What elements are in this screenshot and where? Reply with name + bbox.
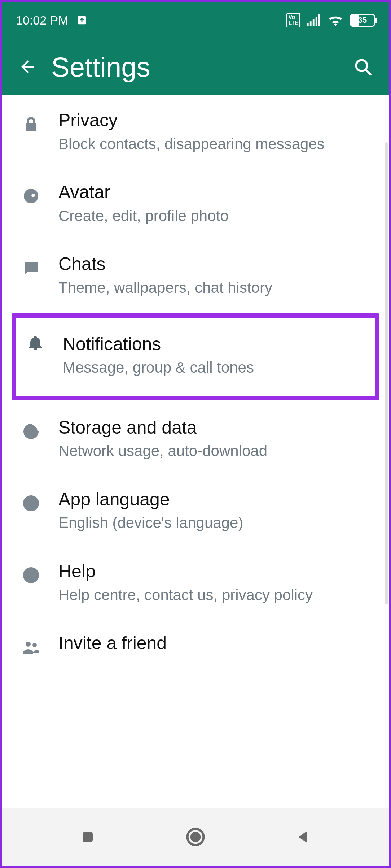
- battery-percent: 35: [358, 16, 367, 25]
- chat-icon: [19, 253, 43, 277]
- help-icon: [19, 560, 43, 584]
- svg-rect-3: [313, 19, 315, 26]
- nav-recent-button[interactable]: [79, 828, 96, 846]
- item-title: App language: [58, 488, 372, 511]
- svg-rect-5: [318, 14, 320, 26]
- svg-rect-1: [307, 23, 309, 26]
- item-title: Avatar: [58, 181, 372, 204]
- item-subtitle: Message, group & call tones: [63, 357, 367, 378]
- system-nav-bar: [2, 808, 389, 866]
- item-subtitle: Theme, wallpapers, chat history: [58, 278, 372, 298]
- item-title: Help: [58, 560, 372, 583]
- globe-icon: [19, 488, 43, 512]
- svg-point-15: [30, 578, 32, 580]
- settings-item-avatar[interactable]: Avatar Create, edit, profile photo: [2, 167, 389, 239]
- back-button[interactable]: [18, 57, 38, 77]
- signal-icon: [307, 14, 321, 26]
- search-button[interactable]: [353, 57, 373, 77]
- people-icon: [19, 632, 43, 656]
- item-subtitle: Create, edit, profile photo: [58, 206, 372, 226]
- battery-icon: 35: [350, 14, 375, 27]
- item-subtitle: Network usage, auto-download: [58, 441, 372, 461]
- volte-icon: VoLTE: [286, 13, 300, 27]
- item-title: Privacy: [58, 109, 372, 132]
- svg-point-20: [192, 833, 200, 841]
- settings-item-storage[interactable]: Storage and data Network usage, auto-dow…: [2, 403, 389, 474]
- item-title: Chats: [58, 253, 372, 275]
- settings-item-privacy[interactable]: Privacy Block contacts, disappearing mes…: [2, 95, 389, 167]
- settings-list: Privacy Block contacts, disappearing mes…: [2, 95, 389, 808]
- item-subtitle: English (device's language): [58, 513, 372, 533]
- svg-point-10: [25, 425, 38, 438]
- item-subtitle: Block contacts, disappearing messages: [58, 134, 372, 155]
- settings-item-notifications[interactable]: Notifications Message, group & call tone…: [12, 313, 379, 400]
- item-title: Notifications: [63, 333, 367, 356]
- page-title: Settings: [51, 51, 150, 83]
- svg-point-9: [31, 194, 35, 197]
- wifi-icon: [328, 14, 343, 26]
- settings-item-invite[interactable]: Invite a friend: [2, 618, 389, 656]
- scrollbar[interactable]: [385, 142, 388, 604]
- svg-line-7: [365, 69, 370, 74]
- svg-rect-18: [83, 832, 93, 842]
- bell-icon: [24, 333, 47, 352]
- nav-back-button[interactable]: [295, 828, 312, 846]
- settings-item-help[interactable]: Help Help centre, contact us, privacy po…: [2, 546, 389, 618]
- upload-icon: [76, 15, 87, 26]
- lock-icon: [19, 109, 43, 133]
- svg-rect-2: [310, 21, 312, 26]
- settings-item-language[interactable]: App language English (device's language): [2, 474, 389, 546]
- svg-point-8: [24, 189, 38, 203]
- item-title: Storage and data: [58, 416, 372, 439]
- data-usage-icon: [19, 416, 43, 440]
- avatar-icon: [19, 181, 43, 205]
- svg-point-17: [32, 643, 37, 647]
- item-title: Invite a friend: [58, 632, 372, 655]
- status-time: 10:02 PM: [16, 13, 69, 27]
- nav-home-button[interactable]: [185, 826, 206, 848]
- item-subtitle: Help centre, contact us, privacy policy: [58, 585, 372, 606]
- settings-item-chats[interactable]: Chats Theme, wallpapers, chat history: [2, 239, 389, 311]
- app-bar: Settings: [2, 38, 389, 95]
- status-bar: 10:02 PM VoLTE 35: [2, 2, 389, 38]
- svg-rect-4: [316, 17, 317, 26]
- svg-point-16: [26, 642, 31, 647]
